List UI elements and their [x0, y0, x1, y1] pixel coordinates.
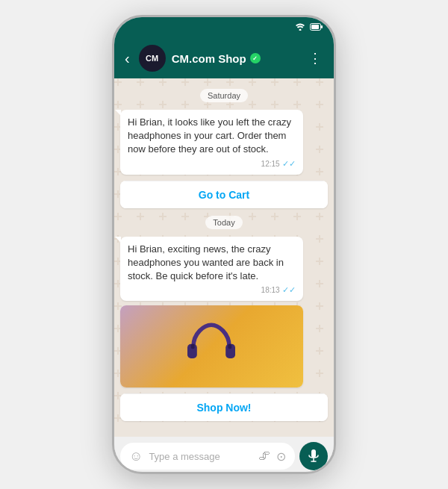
- svg-point-0: [299, 29, 302, 31]
- chat-body: Saturday Hi Brian, it looks like you lef…: [114, 78, 334, 437]
- go-to-cart-button[interactable]: Go to Cart: [120, 181, 328, 208]
- cart-button-wrapper: Go to Cart: [120, 181, 328, 208]
- chat-header: ‹ CM CM.com Shop ⋮: [114, 38, 334, 78]
- svg-rect-6: [191, 344, 195, 349]
- avatar: CM: [139, 45, 166, 72]
- svg-rect-7: [228, 344, 232, 349]
- headphones-svg: [181, 317, 241, 376]
- svg-rect-3: [321, 25, 323, 28]
- input-box: ☺ Type a message 🖇 ⊙: [120, 443, 295, 470]
- tick-icon-2: ✓✓: [282, 285, 296, 295]
- svg-rect-8: [311, 449, 316, 458]
- date-badge-today: Today: [205, 216, 242, 229]
- chat-input-bar: ☺ Type a message 🖇 ⊙: [114, 437, 334, 474]
- shop-button-wrapper: Shop Now!: [120, 393, 328, 421]
- attachment-button[interactable]: 🖇: [258, 449, 270, 463]
- message-meta-2: 18:13 ✓✓: [128, 285, 296, 295]
- svg-rect-2: [311, 25, 319, 29]
- message-bubble-1: Hi Brian, it looks like you left the cra…: [120, 110, 303, 175]
- input-placeholder: Type a message: [149, 451, 252, 462]
- battery-icon: [310, 23, 323, 32]
- message-text-1: Hi Brian, it looks like you left the cra…: [128, 116, 296, 157]
- headphones-image: [120, 305, 303, 387]
- camera-button[interactable]: ⊙: [276, 449, 286, 464]
- shop-now-button[interactable]: Shop Now!: [120, 393, 328, 421]
- message-text-2: Hi Brian, exciting news, the crazy headp…: [128, 243, 296, 284]
- mic-button[interactable]: [299, 442, 328, 470]
- message-time-2: 18:13: [261, 286, 280, 294]
- message-bubble-2: Hi Brian, exciting news, the crazy headp…: [120, 237, 303, 302]
- phone-frame: ‹ CM CM.com Shop ⋮ Saturday Hi Brian, it…: [112, 15, 336, 474]
- verified-badge: [250, 53, 261, 63]
- more-options-button[interactable]: ⋮: [304, 47, 326, 69]
- wifi-icon: [295, 23, 305, 32]
- back-button[interactable]: ‹: [122, 47, 133, 70]
- message-time-1: 12:15: [261, 160, 280, 168]
- emoji-button[interactable]: ☺: [129, 449, 143, 464]
- header-name: CM.com Shop: [172, 52, 298, 65]
- date-badge-saturday: Saturday: [200, 89, 248, 102]
- status-bar: [114, 17, 334, 38]
- header-info: CM.com Shop: [172, 52, 298, 65]
- message-meta-1: 12:15 ✓✓: [128, 159, 296, 169]
- tick-icon-1: ✓✓: [282, 159, 296, 169]
- headphones-image-wrapper: [120, 305, 303, 387]
